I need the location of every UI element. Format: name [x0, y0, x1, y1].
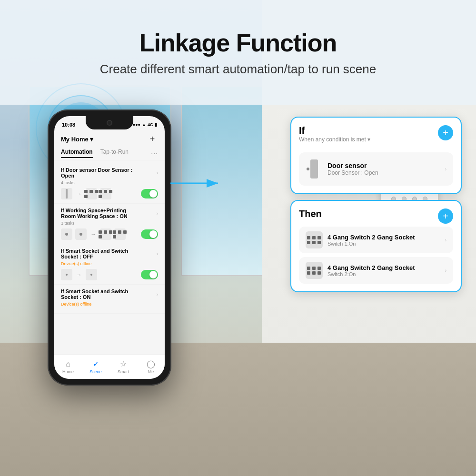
condition-device-value: Door Sensor : Open [327, 169, 445, 176]
then-card-title: Then [299, 208, 322, 219]
svg-point-6 [79, 233, 82, 236]
tab-row: Automation Tap-to-Run ··· [54, 147, 165, 160]
scene-item-1[interactable]: If Door sensor Door Sensor : Open › 4 ta… [54, 163, 165, 204]
scene-3-toggle-thumb [149, 271, 157, 278]
me-nav-label: Me [148, 369, 154, 374]
scene-item-4[interactable]: If Smart Socket and Switch Socket : ON ›… [54, 285, 165, 314]
action-1-icon [306, 231, 323, 248]
scene-3-tasks: Device(s) offline [61, 261, 158, 266]
sub-title: Create different smart automation/tap to… [100, 62, 377, 77]
nav-home[interactable]: ⌂ Home [54, 360, 82, 374]
phone-header: My Home ▾ + [54, 131, 165, 147]
scene-item-3[interactable]: If Smart Socket and Switch Socket : OFF … [54, 244, 165, 285]
scene-1-chevron: › [157, 170, 158, 176]
home-nav-icon: ⌂ [66, 360, 70, 368]
if-card-title: If [299, 125, 370, 136]
action-2-name: 4 Gang Switch 2 Gang Socket [327, 264, 445, 271]
more-menu-button[interactable]: ··· [151, 149, 158, 157]
scene-item-1-header: If Door sensor Door Sensor : Open › [61, 167, 158, 178]
action-2-value: Switch 2:On [327, 271, 445, 277]
scene-item-2-header: If Working Space+Printing Room Working S… [61, 208, 158, 219]
action-1-text: 4 Gang Switch 2 Gang Socket Switch 1:On [327, 234, 445, 247]
scene-3-chevron: › [157, 251, 158, 257]
then-add-button[interactable]: + [438, 208, 453, 224]
network-type: 4G [148, 122, 153, 127]
svg-point-8 [90, 274, 92, 276]
action-row-1[interactable]: 4 Gang Switch 2 Gang Socket Switch 1:On … [299, 227, 453, 253]
tab-left: Automation Tap-to-Run [61, 149, 129, 158]
scene-3-icon-b [86, 269, 97, 280]
scene-2-icon-c [100, 228, 111, 240]
smart-nav-icon: ☆ [120, 359, 127, 368]
condition-device-name: Door sensor [327, 162, 445, 169]
scene-nav-label: Scene [89, 369, 102, 374]
nav-smart[interactable]: ☆ Smart [109, 359, 137, 374]
home-nav-label: Home [62, 369, 74, 374]
scene-1-toggle[interactable] [141, 189, 158, 198]
nav-me[interactable]: ◯ Me [137, 359, 165, 374]
scene-2-icons: → [61, 228, 158, 240]
then-card: Then + 4 Gang Switch 2 Gang Socket Switc… [290, 200, 462, 292]
tab-automation[interactable]: Automation [61, 149, 93, 158]
status-time: 10:08 [62, 122, 75, 128]
scene-2-name: If Working Space+Printing Room Working S… [61, 208, 137, 219]
scene-item-3-header: If Smart Socket and Switch Socket : OFF … [61, 248, 158, 259]
scene-2-chevron: › [157, 211, 158, 216]
door-sensor-shape [310, 159, 318, 178]
scene-2-icon-b [75, 228, 87, 240]
then-card-header: Then + [299, 208, 453, 224]
scene-1-icons: → [61, 188, 158, 199]
scene-1-tasks: 4 tasks [61, 180, 158, 185]
subtitle-caret-icon: ▾ [367, 136, 370, 143]
scene-1-icon-a [86, 188, 97, 199]
scene-1-name: If Door sensor Door Sensor : Open [61, 167, 137, 178]
svg-point-7 [66, 274, 68, 276]
arrow-pointer [170, 176, 223, 190]
scene-1-toggle-thumb [149, 190, 157, 198]
scene-3-icon-a [61, 269, 72, 280]
scene-1-arrow: → [75, 190, 83, 198]
if-card-subtitle: When any condition is met ▾ [299, 136, 370, 143]
svg-point-5 [65, 233, 68, 236]
svg-rect-4 [66, 189, 68, 198]
scene-item-2[interactable]: If Working Space+Printing Room Working S… [54, 204, 165, 244]
bottom-nav: ⌂ Home ✓ Scene ☆ Smart ◯ Me [54, 354, 165, 379]
condition-row[interactable]: Door sensor Door Sensor : Open › [299, 152, 453, 186]
status-icons: ●●● ▲ 4G ▮ [133, 122, 157, 127]
scene-3-toggle[interactable] [141, 270, 158, 279]
scene-2-icon-d [114, 228, 126, 240]
action-2-icon [306, 262, 323, 279]
scene-nav-icon: ✓ [93, 359, 99, 368]
nav-scene[interactable]: ✓ Scene [82, 359, 109, 374]
phone-notch [86, 116, 133, 129]
scene-2-toggle[interactable] [141, 229, 158, 239]
door-sensor-icon [306, 157, 323, 181]
action-1-value: Switch 1:On [327, 241, 445, 247]
phone-screen: 10:08 ●●● ▲ 4G ▮ My Home ▾ + Auto [54, 116, 165, 379]
scene-4-chevron: › [157, 292, 158, 297]
action-row-2[interactable]: 4 Gang Switch 2 Gang Socket Switch 2:On … [299, 257, 453, 284]
condition-chevron: › [445, 167, 446, 172]
linkage-card: If When any condition is met ▾ + Door se… [290, 117, 462, 292]
action-1-name: 4 Gang Switch 2 Gang Socket [327, 234, 445, 241]
condition-text: Door sensor Door Sensor : Open [327, 162, 445, 176]
scene-2-arrow: → [89, 230, 97, 238]
scene-1-icon-b [100, 188, 111, 199]
if-add-button[interactable]: + [438, 125, 453, 140]
signal-icon: ●●● [133, 122, 140, 127]
tab-tap-to-run[interactable]: Tap-to-Run [100, 149, 129, 158]
chevron-down-icon: ▾ [90, 136, 93, 143]
scene-3-arrow: → [75, 271, 83, 278]
scene-2-tasks: 3 tasks [61, 221, 158, 226]
me-nav-icon: ◯ [147, 359, 155, 368]
scene-1-icon-sensor [61, 188, 72, 199]
if-card-header: If When any condition is met ▾ + [299, 125, 453, 149]
if-card: If When any condition is met ▾ + Door se… [290, 117, 462, 194]
smart-nav-label: Smart [118, 369, 129, 374]
action-2-text: 4 Gang Switch 2 Gang Socket Switch 2:On [327, 264, 445, 277]
add-automation-button[interactable]: + [147, 133, 158, 145]
scene-2-toggle-thumb [149, 230, 157, 238]
scene-4-name: If Smart Socket and Switch Socket : ON [61, 288, 137, 300]
battery-icon: ▮ [155, 122, 157, 127]
phone-camera [107, 120, 112, 126]
